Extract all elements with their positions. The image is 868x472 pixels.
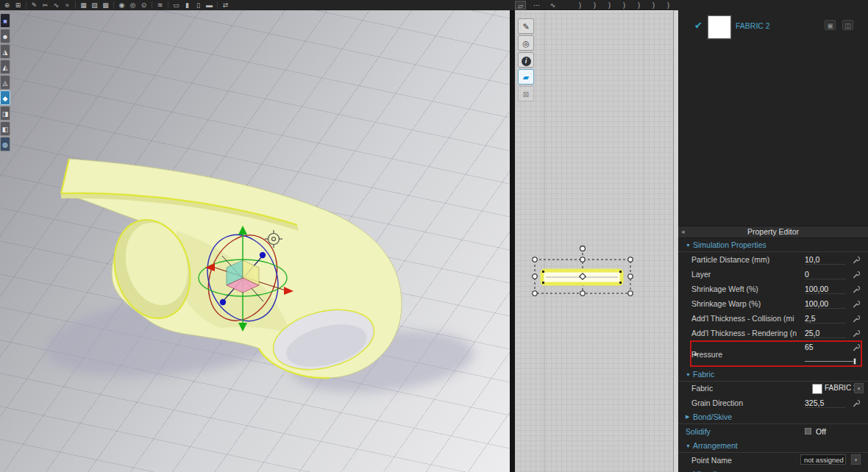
wrench-icon[interactable] — [853, 315, 861, 323]
property-value[interactable]: 25,0 — [805, 329, 846, 338]
texture-dense-icon[interactable]: ▩ — [100, 1, 111, 10]
solidify-state[interactable]: Off — [816, 427, 857, 436]
section-fabric[interactable]: ▼ Fabric — [678, 368, 868, 382]
dock-arrow-icon[interactable]: ◂ — [681, 226, 685, 237]
property-value[interactable]: 100,00 — [805, 299, 846, 309]
property-label: Pressure — [691, 350, 722, 359]
property-value[interactable]: 100,00 — [805, 285, 846, 294]
garment-flat-icon[interactable]: ◬ — [0, 75, 10, 90]
pressure-slider[interactable] — [805, 358, 856, 365]
wrench-icon[interactable] — [853, 399, 861, 407]
slider-handle[interactable] — [853, 358, 856, 365]
fabric-name-label[interactable]: FABRIC 2 — [736, 21, 770, 30]
button-small-icon[interactable]: ⊙ — [138, 1, 149, 10]
button-icon[interactable]: ◉ — [116, 1, 127, 10]
scissors-icon[interactable]: ✂ — [40, 1, 51, 10]
solidify-checkbox[interactable] — [805, 428, 811, 435]
fold-bar-icon[interactable]: ▬ — [204, 1, 215, 10]
viewport-2d-pattern[interactable]: ✎ ◎ i ▰ ⊠ — [515, 10, 673, 472]
fold-solid-icon[interactable]: ▮ — [182, 1, 193, 10]
avatar-icon[interactable]: ☻ — [0, 29, 10, 43]
pressure-value[interactable]: 65 — [805, 343, 846, 351]
property-value[interactable]: 0 — [805, 270, 846, 279]
property-label: Point Name — [691, 456, 732, 465]
info-icon[interactable]: i — [518, 52, 534, 68]
section-simulation-properties[interactable]: ▼ Simulation Properties — [678, 238, 868, 252]
add-point-icon[interactable]: ⋯ — [531, 1, 542, 10]
buttonhole-icon[interactable]: ◎ — [127, 1, 138, 10]
section-label: Simulation Properties — [693, 240, 766, 249]
property-value[interactable]: 325,5 — [805, 398, 846, 408]
needle-icon[interactable]: ✎ — [29, 1, 40, 10]
row-fabric: Fabric FABRIC 2 ▾ — [678, 382, 868, 396]
texture-shade-icon[interactable]: ▨ — [89, 1, 100, 10]
section-miscellaneous[interactable]: ▶ Miscellaneous — [678, 468, 868, 472]
fabric-swatch[interactable] — [708, 15, 731, 39]
section-bond-skive[interactable]: ▶ Bond/Skive — [678, 410, 868, 424]
show-seam-icon[interactable]: ✎ — [518, 18, 534, 34]
dropdown-arrow-icon[interactable]: ▾ — [854, 383, 864, 393]
save-icon[interactable]: ◫ — [842, 20, 853, 30]
vertical-scrollbar[interactable] — [673, 10, 678, 472]
toolbar-separator — [168, 1, 168, 9]
row-addl-thickness-rendering: Add'l Thickness - Rendering (n 25,0 — [678, 326, 868, 340]
property-value[interactable]: 2,5 — [805, 314, 846, 323]
seam-tool-5-icon[interactable]: ) — [633, 1, 644, 10]
solidify-label[interactable]: Solidify — [686, 427, 711, 436]
pin-box-icon[interactable]: ⊞ — [13, 1, 24, 10]
fold-rect-icon[interactable]: ▭ — [171, 1, 182, 10]
wrench-icon[interactable] — [853, 271, 861, 279]
gizmo-handle-z1[interactable] — [260, 252, 266, 258]
property-editor-header[interactable]: ◂ Property Editor — [678, 226, 868, 238]
gizmo-handle-z2[interactable] — [220, 299, 226, 305]
row-shrinkage-weft: Shrinkage Weft (%) 100,00 — [678, 282, 868, 296]
pattern-toolbar-group: ▱ ⋯ ∿ ) ) ) ) ) ) ) — [515, 0, 674, 10]
dropdown-arrow-icon[interactable]: ▾ — [851, 454, 861, 465]
fabric-tool-icon[interactable]: ◆ — [0, 90, 10, 105]
wrench-icon[interactable] — [853, 329, 861, 337]
globe-icon[interactable]: ◍ — [0, 137, 10, 151]
seam-tool-3-icon[interactable]: ) — [604, 1, 615, 10]
edit-curve-icon[interactable]: ∿ — [547, 1, 558, 10]
show-garment-icon[interactable]: ◎ — [518, 35, 534, 51]
property-label: Layer — [691, 270, 711, 279]
show-fabric-icon[interactable]: ▰ — [518, 69, 534, 85]
slider-track[interactable] — [805, 361, 856, 362]
object-browser-fabric-row[interactable]: ✔ FABRIC 2 ▣ ◫ — [678, 13, 868, 40]
garment-hide-icon[interactable]: ◧ — [0, 121, 10, 136]
lock-icon[interactable]: ▣ — [825, 20, 836, 30]
property-label: Particle Distance (mm) — [691, 255, 769, 264]
texture-checker-icon[interactable]: ▦ — [78, 1, 89, 10]
garment-press-icon[interactable]: ◨ — [0, 106, 10, 121]
seam-tool-7-icon[interactable]: ) — [663, 1, 674, 10]
property-label: Shrinkage Weft (%) — [691, 285, 758, 293]
wrench-icon[interactable] — [853, 256, 861, 264]
zipper-icon[interactable]: ≋ — [154, 1, 166, 10]
edit-pattern-icon[interactable]: ▱ — [515, 1, 526, 10]
pin-icon[interactable]: ⊕ — [1, 1, 13, 10]
viewport-3d[interactable]: ■ ☻ ◮ ◭ ◬ ◆ ◨ ◧ ◍ — [0, 10, 510, 472]
seam-tool-6-icon[interactable]: ) — [648, 1, 659, 10]
toolbar-separator — [152, 1, 152, 9]
scene-preview-icon[interactable]: ■ — [0, 13, 10, 28]
seam-tool-1-icon[interactable]: ) — [574, 1, 586, 10]
garment-icon[interactable]: ◮ — [0, 44, 10, 59]
sewing-machine-icon[interactable]: ∿ — [51, 1, 62, 10]
wrench-icon[interactable] — [853, 343, 861, 351]
garment-outline-icon[interactable]: ◭ — [0, 60, 10, 74]
point-name-dropdown[interactable]: not assigned — [800, 454, 846, 465]
move-arrows-icon[interactable]: ⇄ — [220, 1, 231, 10]
sewing-tools-group: ⊕ ⊞ ✎ ✂ ∿ ≈ ▦ ▨ ▩ ◉ ◎ ⊙ ≋ ▭ ▮ ▯ ▬ ⇄ — [1, 0, 231, 10]
wrench-icon[interactable] — [853, 285, 861, 293]
wrench-icon[interactable] — [853, 300, 861, 308]
viewport-divider[interactable] — [510, 10, 515, 472]
fabric-swatch-small[interactable] — [812, 384, 822, 394]
fabric-select-value[interactable]: FABRIC 2 — [825, 384, 857, 392]
fold-outline-icon[interactable]: ▯ — [193, 1, 204, 10]
stitch-wave-icon[interactable]: ≈ — [62, 1, 73, 10]
seam-tool-2-icon[interactable]: ) — [589, 1, 600, 10]
seam-tool-4-icon[interactable]: ) — [619, 1, 630, 10]
section-arrangement[interactable]: ▼ Arrangement — [678, 439, 868, 453]
rotate-handle[interactable] — [580, 246, 586, 251]
property-value[interactable]: 10,0 — [805, 255, 846, 265]
